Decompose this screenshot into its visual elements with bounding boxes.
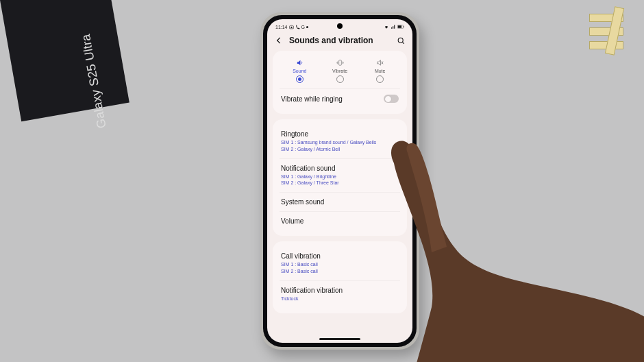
vibrate-icon [336, 59, 345, 67]
product-box: Galaxy S25 Ultra [0, 0, 129, 121]
svg-point-0 [290, 26, 292, 27]
mode-mute-label: Mute [375, 69, 386, 73]
ringtone-label: Ringtone [281, 130, 399, 138]
ringtone-sim2: SIM 2 : Galaxy / Atomic Bell [281, 146, 399, 153]
ringtone-sim1: SIM 1 : Samsung brand sound / Galaxy Bel… [281, 139, 399, 146]
svg-rect-3 [404, 26, 404, 27]
system-sound-row[interactable]: System sound [280, 192, 400, 211]
mode-sound-label: Sound [293, 69, 306, 73]
mode-mute[interactable]: Mute [360, 59, 400, 83]
status-time: 11:14 [275, 25, 288, 29]
wooden-block [582, 7, 644, 75]
call-vibration-sim2: SIM 2 : Basic call [281, 268, 399, 275]
search-icon[interactable] [397, 36, 406, 45]
mode-sound[interactable]: Sound [280, 59, 320, 83]
mode-vibrate[interactable]: Vibrate [320, 59, 360, 83]
box-brand-text: Galaxy S25 Ultra [79, 33, 110, 130]
notification-vibration-row[interactable]: Notification vibration Ticktock [280, 280, 400, 308]
sound-mode-card: Sound Vibrate Mute [273, 51, 407, 114]
call-vibration-sim1: SIM 1 : Basic call [281, 261, 399, 268]
volume-row[interactable]: Volume [280, 211, 400, 230]
call-vibration-label: Call vibration [281, 252, 399, 260]
battery-icon [397, 25, 404, 29]
notification-sound-sim2: SIM 2 : Galaxy / Three Star [281, 180, 399, 186]
mode-mute-radio[interactable] [376, 75, 384, 83]
gesture-bar[interactable] [319, 338, 360, 340]
mode-sound-radio[interactable] [296, 75, 304, 83]
status-indicator-g: G [301, 25, 305, 29]
mute-icon [375, 59, 384, 67]
system-sound-label: System sound [281, 198, 399, 206]
vibration-card: Call vibration SIM 1 : Basic call SIM 2 … [273, 241, 407, 313]
volume-label: Volume [281, 217, 399, 225]
vibrate-while-ringing-label: Vibrate while ringing [281, 95, 343, 103]
call-vibration-row[interactable]: Call vibration SIM 1 : Basic call SIM 2 … [280, 247, 400, 280]
notification-vibration-label: Notification vibration [281, 287, 399, 294]
vibrate-while-ringing-toggle[interactable] [384, 95, 399, 103]
camera-icon [289, 25, 294, 29]
signal-icon [391, 25, 396, 29]
phone-status-icon [295, 25, 300, 29]
notification-sound-row[interactable]: Notification sound SIM 1 : Galaxy / Brig… [280, 158, 400, 193]
svg-point-4 [398, 38, 403, 43]
svg-rect-2 [398, 25, 401, 28]
notification-sound-sim1: SIM 1 : Galaxy / Brightline [281, 173, 399, 180]
svg-rect-5 [338, 60, 341, 65]
back-icon[interactable] [274, 36, 284, 45]
page-header: Sounds and vibration [267, 33, 412, 51]
notification-vibration-value: Ticktock [281, 295, 399, 302]
mode-vibrate-label: Vibrate [332, 69, 347, 73]
ringtone-row[interactable]: Ringtone SIM 1 : Samsung brand sound / G… [280, 125, 400, 158]
vibrate-while-ringing-row[interactable]: Vibrate while ringing [280, 88, 400, 108]
phone-frame: 11:14 G Sounds and vibration [260, 12, 419, 350]
mode-vibrate-radio[interactable] [336, 75, 344, 83]
page-title: Sounds and vibration [289, 36, 391, 45]
status-dot [306, 26, 308, 28]
notification-sound-label: Notification sound [281, 165, 399, 172]
wifi-icon [384, 25, 389, 29]
sound-icon [295, 59, 304, 67]
sounds-card: Ringtone SIM 1 : Samsung brand sound / G… [273, 119, 407, 236]
front-camera [337, 23, 343, 29]
phone-screen: 11:14 G Sounds and vibration [267, 19, 412, 343]
